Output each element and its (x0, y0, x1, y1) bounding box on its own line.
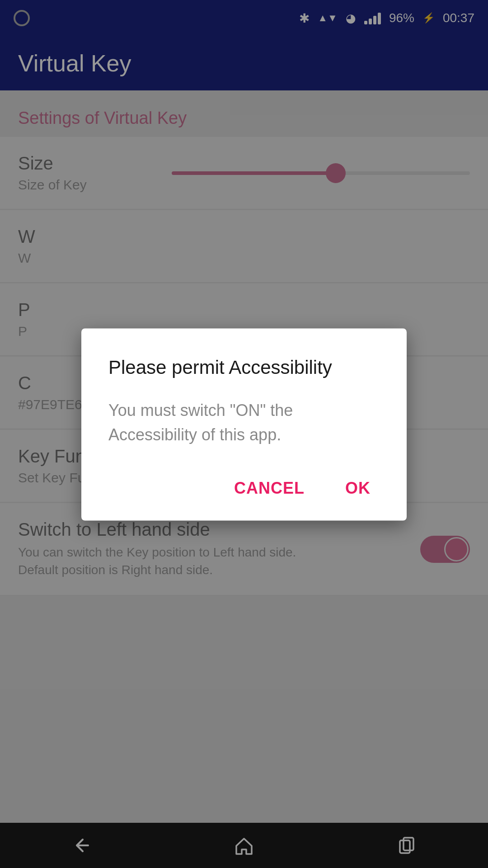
dialog-actions: CANCEL OK (108, 474, 380, 502)
cancel-button[interactable]: CANCEL (225, 474, 314, 502)
accessibility-dialog: Please permit Accessibility You must swi… (81, 328, 407, 520)
dialog-message: You must switch "ON" the Accessibility o… (108, 398, 380, 447)
ok-button[interactable]: OK (336, 474, 380, 502)
dialog-title: Please permit Accessibility (108, 355, 380, 380)
